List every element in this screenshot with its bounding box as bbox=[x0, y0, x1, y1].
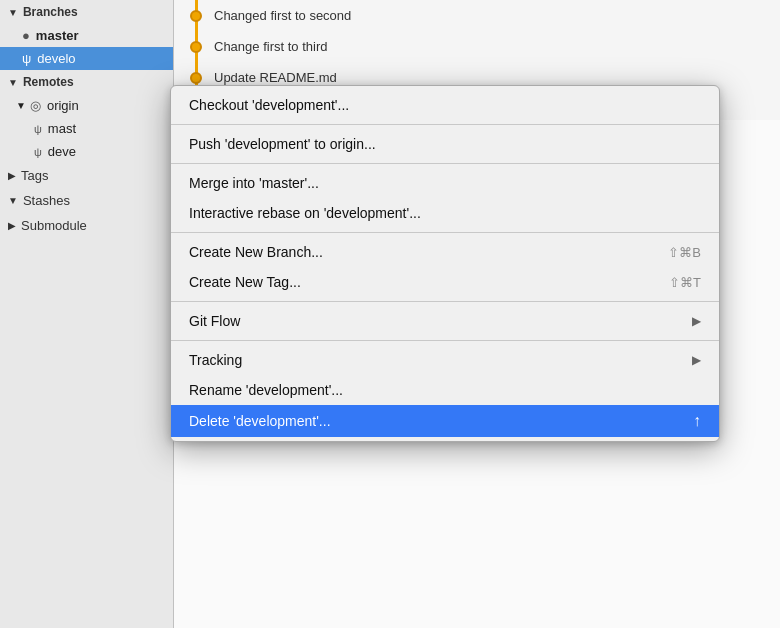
menu-rename[interactable]: Rename 'development'... bbox=[171, 375, 719, 405]
menu-rebase-label: Interactive rebase on 'development'... bbox=[189, 205, 421, 221]
origin-label: origin bbox=[47, 98, 79, 113]
menu-new-tag[interactable]: Create New Tag... ⇧⌘T bbox=[171, 267, 719, 297]
menu-tracking[interactable]: Tracking ▶ bbox=[171, 345, 719, 375]
remotes-header[interactable]: ▼ Remotes bbox=[0, 70, 173, 94]
menu-sep-5 bbox=[171, 340, 719, 341]
menu-checkout-label: Checkout 'development'... bbox=[189, 97, 349, 113]
commit-dot-2 bbox=[190, 72, 202, 84]
remotes-label: Remotes bbox=[23, 75, 74, 89]
tracking-submenu-arrow: ▶ bbox=[692, 353, 701, 367]
menu-tracking-label: Tracking bbox=[189, 352, 242, 368]
menu-sep-1 bbox=[171, 124, 719, 125]
menu-rebase[interactable]: Interactive rebase on 'development'... bbox=[171, 198, 719, 228]
menu-merge-label: Merge into 'master'... bbox=[189, 175, 319, 191]
menu-merge[interactable]: Merge into 'master'... bbox=[171, 168, 719, 198]
commit-dot-1 bbox=[190, 41, 202, 53]
tags-arrow: ▶ bbox=[8, 170, 16, 181]
menu-sep-3 bbox=[171, 232, 719, 233]
menu-sep-2 bbox=[171, 163, 719, 164]
commit-message-2: Update README.md bbox=[214, 70, 337, 85]
remote-origin-dev[interactable]: ψ deve bbox=[0, 140, 173, 163]
menu-gitflow-label: Git Flow bbox=[189, 313, 240, 329]
menu-delete[interactable]: Delete 'development'... ↑ bbox=[171, 405, 719, 437]
remotes-arrow: ▼ bbox=[8, 77, 18, 88]
remote-master-label: mast bbox=[48, 121, 76, 136]
submodules-section[interactable]: ▶ Submodule bbox=[0, 213, 173, 238]
branch-development-label: develo bbox=[37, 51, 75, 66]
stashes-section[interactable]: ▼ Stashes bbox=[0, 188, 173, 213]
menu-new-branch[interactable]: Create New Branch... ⇧⌘B bbox=[171, 237, 719, 267]
remote-origin[interactable]: ▼ ◎ origin bbox=[0, 94, 173, 117]
commit-dot-0 bbox=[190, 10, 202, 22]
branch-master-icon: ● bbox=[22, 28, 30, 43]
menu-sep-4 bbox=[171, 301, 719, 302]
commit-row-1[interactable]: Change first to third bbox=[174, 31, 780, 62]
menu-checkout[interactable]: Checkout 'development'... bbox=[171, 90, 719, 120]
cursor-indicator: ↑ bbox=[693, 412, 701, 430]
menu-gitflow[interactable]: Git Flow ▶ bbox=[171, 306, 719, 336]
branch-development[interactable]: ψ develo bbox=[0, 47, 173, 70]
origin-icon: ◎ bbox=[30, 98, 41, 113]
menu-rename-label: Rename 'development'... bbox=[189, 382, 343, 398]
stashes-label: Stashes bbox=[23, 193, 70, 208]
sidebar: ▼ Branches ● master ψ develo ▼ Remotes ▼… bbox=[0, 0, 174, 628]
remote-dev-label: deve bbox=[48, 144, 76, 159]
origin-arrow: ▼ bbox=[16, 100, 26, 111]
menu-new-branch-label: Create New Branch... bbox=[189, 244, 323, 260]
context-menu: Checkout 'development'... Push 'developm… bbox=[170, 85, 720, 442]
branch-master-label: master bbox=[36, 28, 79, 43]
branches-arrow: ▼ bbox=[8, 7, 18, 18]
remote-origin-master[interactable]: ψ mast bbox=[0, 117, 173, 140]
menu-new-tag-shortcut: ⇧⌘T bbox=[669, 275, 701, 290]
commit-row-0[interactable]: Changed first to second bbox=[174, 0, 780, 31]
branches-label: Branches bbox=[23, 5, 78, 19]
menu-new-branch-shortcut: ⇧⌘B bbox=[668, 245, 701, 260]
menu-push[interactable]: Push 'development' to origin... bbox=[171, 129, 719, 159]
branches-header[interactable]: ▼ Branches bbox=[0, 0, 173, 24]
remote-dev-icon: ψ bbox=[34, 146, 42, 158]
submodules-label: Submodule bbox=[21, 218, 87, 233]
remote-master-icon: ψ bbox=[34, 123, 42, 135]
menu-push-label: Push 'development' to origin... bbox=[189, 136, 376, 152]
commit-message-0: Changed first to second bbox=[214, 8, 351, 23]
tags-section[interactable]: ▶ Tags bbox=[0, 163, 173, 188]
tags-label: Tags bbox=[21, 168, 48, 183]
commit-message-1: Change first to third bbox=[214, 39, 327, 54]
gitflow-submenu-arrow: ▶ bbox=[692, 314, 701, 328]
branch-development-icon: ψ bbox=[22, 51, 31, 66]
branches-section: ▼ Branches ● master ψ develo bbox=[0, 0, 173, 70]
remotes-section: ▼ Remotes ▼ ◎ origin ψ mast ψ deve bbox=[0, 70, 173, 163]
menu-new-tag-label: Create New Tag... bbox=[189, 274, 301, 290]
submodules-arrow: ▶ bbox=[8, 220, 16, 231]
menu-delete-label: Delete 'development'... bbox=[189, 413, 331, 429]
branch-master[interactable]: ● master bbox=[0, 24, 173, 47]
stashes-arrow: ▼ bbox=[8, 195, 18, 206]
